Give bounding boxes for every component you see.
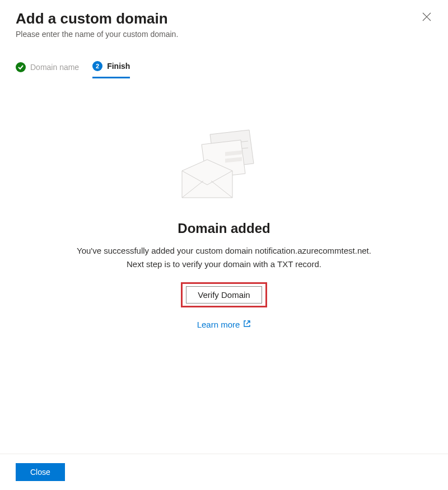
- description-line1: You've successfully added your custom do…: [77, 246, 371, 255]
- external-link-icon: [243, 320, 251, 329]
- close-button[interactable]: Close: [16, 463, 65, 481]
- checkmark-icon: [16, 62, 26, 72]
- page-subtitle: Please enter the name of your custom dom…: [16, 30, 432, 39]
- footer: Close: [0, 454, 448, 490]
- page-title: Add a custom domain: [16, 10, 432, 27]
- step-finish[interactable]: 2 Finish: [92, 61, 130, 78]
- success-description: You've successfully added your custom do…: [22, 244, 426, 271]
- verify-highlight: Verify Domain: [181, 282, 267, 307]
- success-heading: Domain added: [22, 221, 426, 236]
- description-line2: Next step is to verify your domain with …: [127, 259, 321, 269]
- step-label: Domain name: [30, 63, 79, 72]
- learn-more-link[interactable]: Learn more: [197, 320, 251, 329]
- step-label: Finish: [107, 62, 130, 71]
- close-icon[interactable]: [422, 12, 431, 24]
- step-domain-name[interactable]: Domain name: [16, 62, 79, 78]
- step-number-badge: 2: [92, 61, 102, 71]
- wizard-steps: Domain name 2 Finish: [0, 44, 448, 78]
- verify-domain-button[interactable]: Verify Domain: [186, 286, 262, 304]
- learn-more-label: Learn more: [197, 320, 240, 329]
- svg-line-7: [246, 321, 250, 324]
- envelope-illustration-icon: [176, 129, 272, 204]
